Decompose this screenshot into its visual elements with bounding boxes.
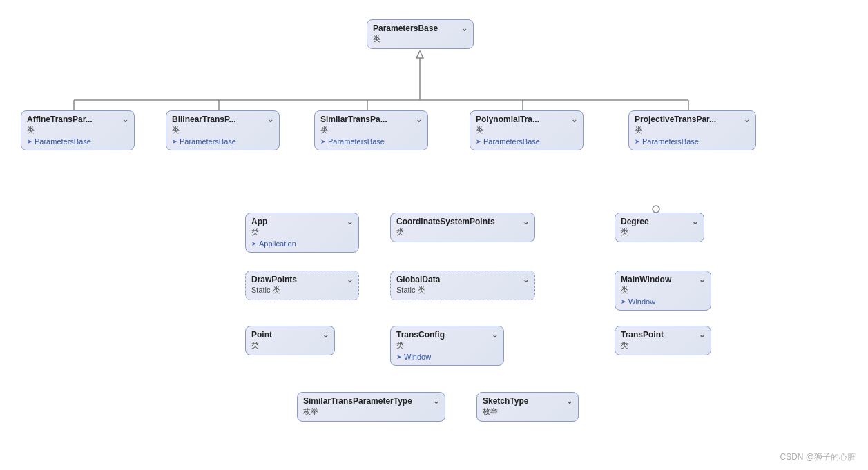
box-projectivetranspar: ProjectiveTransPar... ⌄ 类 ParametersBase xyxy=(628,110,756,150)
box-transconfig: TransConfig ⌄ 类 Window xyxy=(390,326,504,366)
box-similartranspa: SimilarTransPa... ⌄ 类 ParametersBase xyxy=(314,110,428,150)
svg-point-8 xyxy=(653,206,659,213)
box-parametersbase: ParametersBase ⌄ 类 xyxy=(367,19,474,49)
box-degree: Degree ⌄ 类 xyxy=(615,213,704,242)
box-app: App ⌄ 类 Application xyxy=(245,213,359,253)
box-coordinatesystempoints: CoordinateSystemPoints ⌄ 类 xyxy=(390,213,535,242)
box-bilineartransp: BilinearTransP... ⌄ 类 ParametersBase xyxy=(166,110,280,150)
box-point: Point ⌄ 类 xyxy=(245,326,335,355)
box-drawpoints: DrawPoints ⌄ Static 类 xyxy=(245,271,359,300)
box-similartransparametertype: SimilarTransParameterType ⌄ 枚举 xyxy=(297,392,445,422)
box-affinetranspar: AffineTransPar... ⌄ 类 ParametersBase xyxy=(21,110,135,150)
box-parametersbase-subtitle: 类 xyxy=(373,34,467,44)
watermark: CSDN @狮子的心脏 xyxy=(780,451,856,463)
box-transpoint: TransPoint ⌄ 类 xyxy=(615,326,711,355)
box-mainwindow: MainWindow ⌄ 类 Window xyxy=(615,271,711,311)
box-globaldata: GlobalData ⌄ Static 类 xyxy=(390,271,535,300)
svg-marker-7 xyxy=(416,51,423,58)
box-polynomialtra: PolynomialTra... ⌄ 类 ParametersBase xyxy=(470,110,584,150)
diagram-container: ParametersBase ⌄ 类 AffineTransPar... ⌄ 类… xyxy=(0,0,868,470)
box-sketchtype: SketchType ⌄ 枚举 xyxy=(476,392,579,422)
box-parametersbase-title: ParametersBase ⌄ xyxy=(373,23,467,33)
